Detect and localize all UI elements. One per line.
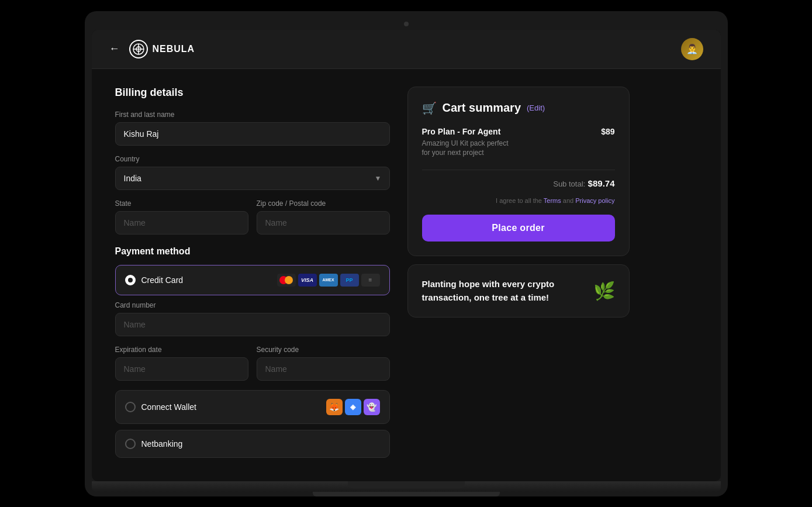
laptop-stand — [348, 481, 465, 488]
state-input[interactable] — [115, 211, 248, 234]
laptop-frame: ← NEBULA 👨‍💼 — [85, 11, 728, 496]
place-order-button[interactable]: Place order — [422, 215, 615, 242]
cart-item-desc: Amazing UI Kit pack perfect for your nex… — [422, 139, 516, 158]
terms-prefix: I agree to all the — [496, 197, 544, 204]
wallet-icons: 🦊 ◈ 👻 — [326, 399, 380, 415]
cart-item: Pro Plan - For Agent Amazing UI Kit pack… — [422, 127, 615, 158]
mastercard-icon — [277, 274, 296, 287]
cart-header: 🛒 Cart summary (Edit) — [422, 101, 615, 115]
zip-group: Zip code / Postal code — [257, 199, 390, 234]
security-group: Security code — [257, 346, 390, 381]
payment-option-credit-card[interactable]: Credit Card VISA AMEX PP — [115, 265, 390, 295]
header-left: ← NEBULA — [109, 40, 195, 58]
expiry-input[interactable] — [115, 357, 248, 381]
right-panel: 🛒 Cart summary (Edit) Pro Plan - For Age… — [407, 87, 630, 464]
expiry-label: Expiration date — [115, 346, 248, 354]
metamask-icon: 🦊 — [326, 399, 343, 415]
header: ← NEBULA 👨‍💼 — [92, 30, 721, 69]
app-window: ← NEBULA 👨‍💼 — [92, 30, 721, 481]
card-number-input[interactable] — [115, 313, 390, 336]
subtotal-amount: $89.74 — [588, 178, 615, 188]
eco-plant-icon: 🌿 — [593, 281, 615, 301]
payment-title: Payment method — [115, 246, 390, 257]
state-label: State — [115, 199, 248, 208]
card-number-label: Card number — [115, 301, 390, 309]
phantom-icon: 👻 — [364, 399, 380, 415]
state-zip-row: State Zip code / Postal code — [115, 199, 390, 244]
name-input[interactable] — [115, 122, 390, 146]
payment-option-netbanking[interactable]: Netbanking — [115, 430, 390, 458]
security-input[interactable] — [257, 357, 390, 381]
security-label: Security code — [257, 346, 390, 354]
country-select[interactable]: India United States United Kingdom — [115, 167, 390, 190]
cart-item-price: $89 — [601, 127, 614, 136]
card-number-group: Card number — [115, 301, 390, 336]
zip-label: Zip code / Postal code — [257, 199, 390, 208]
name-group: First and last name — [115, 111, 390, 146]
billing-title: Billing details — [115, 87, 390, 99]
terms-text: I agree to all the Terms and Privacy pol… — [422, 197, 615, 204]
laptop-bottom — [92, 481, 721, 492]
camera — [404, 22, 409, 26]
cart-icon: 🛒 — [422, 101, 437, 115]
terms-middle: and — [561, 197, 575, 204]
expiry-group: Expiration date — [115, 346, 248, 381]
country-group: Country India United States United Kingd… — [115, 155, 390, 190]
cart-subtotal: Sub total: $89.74 — [422, 170, 615, 189]
payment-option-connect-wallet[interactable]: Connect Wallet 🦊 ◈ 👻 — [115, 390, 390, 424]
eco-text: Planting hope with every crypto transact… — [422, 278, 586, 304]
screen: ← NEBULA 👨‍💼 — [92, 30, 721, 481]
generic-card-icon: ≡ — [361, 274, 380, 287]
back-button[interactable]: ← — [109, 43, 120, 55]
paypal-icon: PP — [340, 274, 359, 287]
credit-card-icons: VISA AMEX PP ≡ — [277, 274, 380, 287]
main-content: Billing details First and last name Coun… — [92, 69, 721, 481]
left-panel: Billing details First and last name Coun… — [115, 87, 390, 464]
zip-input[interactable] — [257, 211, 390, 234]
privacy-link[interactable]: Privacy policy — [575, 197, 614, 204]
credit-card-left: Credit Card — [125, 275, 184, 285]
cart-item-info: Pro Plan - For Agent Amazing UI Kit pack… — [422, 127, 516, 158]
netbanking-radio — [125, 439, 136, 449]
wallet-radio — [125, 402, 136, 412]
avatar[interactable]: 👨‍💼 — [681, 38, 703, 60]
country-label: Country — [115, 155, 390, 163]
laptop-base — [313, 492, 500, 496]
country-select-wrapper: India United States United Kingdom ▼ — [115, 167, 390, 190]
logo-icon — [129, 40, 148, 58]
cart-edit-button[interactable]: (Edit) — [527, 104, 545, 112]
netbanking-left: Netbanking — [125, 439, 183, 449]
name-label: First and last name — [115, 111, 390, 119]
state-group: State — [115, 199, 248, 234]
netbanking-label: Netbanking — [141, 439, 183, 449]
credit-card-label: Credit Card — [141, 275, 184, 285]
amex-icon: AMEX — [319, 274, 338, 287]
terms-link[interactable]: Terms — [544, 197, 561, 204]
cart-item-name: Pro Plan - For Agent — [422, 127, 516, 136]
credit-card-radio — [125, 275, 136, 285]
logo: NEBULA — [129, 40, 195, 58]
expiry-security-row: Expiration date Security code — [115, 346, 390, 390]
subtotal-label: Sub total: — [553, 180, 585, 188]
wallet-left: Connect Wallet — [125, 402, 196, 412]
cart-title: Cart summary — [443, 101, 521, 115]
coinbase-icon: ◈ — [345, 399, 361, 415]
wallet-label: Connect Wallet — [141, 402, 196, 412]
eco-banner: Planting hope with every crypto transact… — [407, 264, 630, 318]
cart-summary-card: 🛒 Cart summary (Edit) Pro Plan - For Age… — [407, 87, 630, 257]
logo-label: NEBULA — [153, 44, 195, 54]
visa-icon: VISA — [298, 274, 317, 287]
